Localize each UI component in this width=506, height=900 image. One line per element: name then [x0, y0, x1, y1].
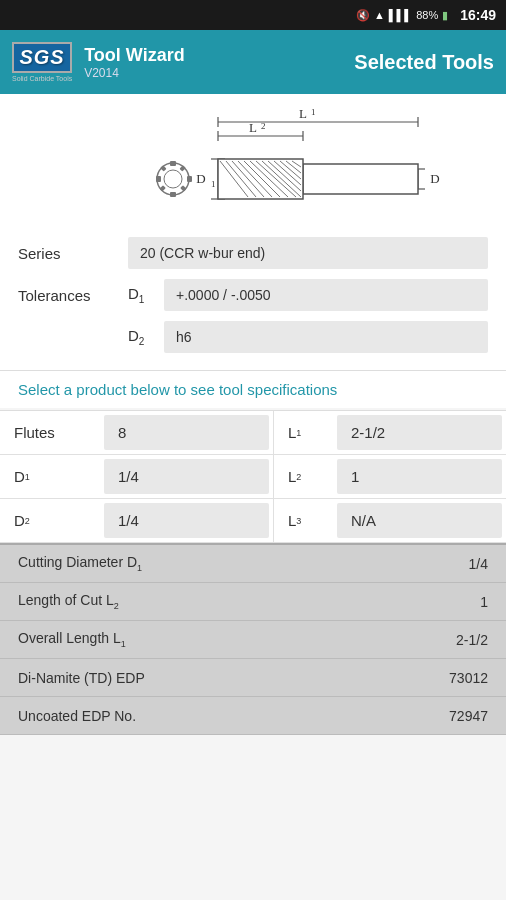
svg-text:D: D: [430, 171, 439, 186]
status-bar: 🔇 ▲ ▌▌▌ 88% ▮ 16:49: [0, 0, 506, 30]
tolerance-d2-row: D2 h6: [128, 318, 488, 356]
td-edp-value: 73012: [408, 670, 488, 686]
battery-icon: ▮: [442, 9, 448, 22]
status-icons: 🔇 ▲ ▌▌▌ 88% ▮: [356, 9, 448, 22]
uncoated-edp-value: 72947: [408, 708, 488, 724]
logo-text: SGS: [19, 46, 64, 69]
tool-diagram: L 1 L 2 D 1 D 2: [0, 94, 506, 224]
l2-value: 1: [337, 459, 502, 494]
l3-label: L3: [273, 499, 333, 542]
svg-rect-38: [170, 192, 176, 197]
tolerance-d1-row: Tolerances D1 +.0000 / -.0050: [18, 276, 488, 314]
table-row-d2: D2 1/4 L3 N/A: [0, 499, 506, 543]
specs-area: Series 20 (CCR w-bur end) Tolerances D1 …: [0, 224, 506, 370]
app-title: Tool Wizard: [84, 45, 185, 66]
td-edp-label: Di-Namite (TD) EDP: [18, 670, 408, 686]
length-of-cut-label: Length of Cut L2: [18, 592, 408, 611]
d1-row-label: D1: [0, 455, 100, 498]
product-table: Flutes 8 L1 2-1/2 D1 1/4 L2 1 D2 1/4 L3 …: [0, 410, 506, 543]
l3-value: N/A: [337, 503, 502, 538]
battery-percentage: 88%: [416, 9, 438, 21]
svg-rect-41: [160, 165, 166, 171]
length-of-cut-value: 1: [408, 594, 488, 610]
svg-text:1: 1: [211, 179, 216, 189]
logo-sub: Solid Carbide Tools: [12, 75, 72, 82]
app-title-area: Tool Wizard V2014: [84, 45, 185, 80]
tolerance-d1-value: +.0000 / -.0050: [164, 279, 488, 311]
d2-label: D2: [128, 327, 164, 347]
svg-rect-20: [303, 164, 418, 194]
status-time: 16:49: [460, 7, 496, 23]
page-title: Selected Tools: [354, 51, 494, 74]
tolerances-label: Tolerances: [18, 287, 128, 304]
app-version: V2014: [84, 66, 185, 80]
diagram-svg: L 1 L 2 D 1 D 2: [63, 104, 443, 214]
detail-table: Cutting Diameter D1 1/4 Length of Cut L2…: [0, 543, 506, 735]
uncoated-edp-label: Uncoated EDP No.: [18, 708, 408, 724]
overall-length-label: Overall Length L1: [18, 630, 408, 649]
svg-rect-39: [156, 176, 161, 182]
svg-text:D: D: [196, 171, 205, 186]
svg-rect-42: [179, 165, 185, 171]
detail-row-uncoated-edp: Uncoated EDP No. 72947: [0, 697, 506, 735]
signal-icon: ▌▌▌: [389, 9, 412, 21]
flutes-label: Flutes: [0, 411, 100, 454]
svg-text:L: L: [299, 106, 307, 121]
d1-row-value: 1/4: [104, 459, 269, 494]
svg-text:L: L: [249, 120, 257, 135]
logo-box: SGS: [12, 42, 71, 73]
svg-rect-43: [159, 185, 165, 191]
detail-row-length-of-cut: Length of Cut L2 1: [0, 583, 506, 621]
svg-text:2: 2: [261, 121, 266, 131]
table-row-d1: D1 1/4 L2 1: [0, 455, 506, 499]
svg-point-36: [164, 170, 182, 188]
app-header: SGS Solid Carbide Tools Tool Wizard V201…: [0, 30, 506, 94]
svg-rect-40: [187, 176, 192, 182]
svg-rect-37: [170, 161, 176, 166]
table-row-flutes: Flutes 8 L1 2-1/2: [0, 411, 506, 455]
d2-row-label: D2: [0, 499, 100, 542]
tolerance-d2-value: h6: [164, 321, 488, 353]
series-row: Series 20 (CCR w-bur end): [18, 234, 488, 272]
l1-label: L1: [273, 411, 333, 454]
d1-label: D1: [128, 285, 164, 305]
svg-rect-44: [180, 185, 186, 191]
mute-icon: 🔇: [356, 9, 370, 22]
d2-row-value: 1/4: [104, 503, 269, 538]
detail-row-cutting-diameter: Cutting Diameter D1 1/4: [0, 545, 506, 583]
logo-area: SGS Solid Carbide Tools: [12, 42, 72, 82]
svg-text:1: 1: [311, 107, 316, 117]
series-value: 20 (CCR w-bur end): [128, 237, 488, 269]
wifi-icon: ▲: [374, 9, 385, 21]
cutting-diameter-value: 1/4: [408, 556, 488, 572]
detail-row-td-edp: Di-Namite (TD) EDP 73012: [0, 659, 506, 697]
overall-length-value: 2-1/2: [408, 632, 488, 648]
l1-value: 2-1/2: [337, 415, 502, 450]
select-message: Select a product below to see tool speci…: [0, 370, 506, 408]
l2-label: L2: [273, 455, 333, 498]
series-label: Series: [18, 245, 128, 262]
cutting-diameter-label: Cutting Diameter D1: [18, 554, 408, 573]
flutes-value: 8: [104, 415, 269, 450]
detail-row-overall-length: Overall Length L1 2-1/2: [0, 621, 506, 659]
